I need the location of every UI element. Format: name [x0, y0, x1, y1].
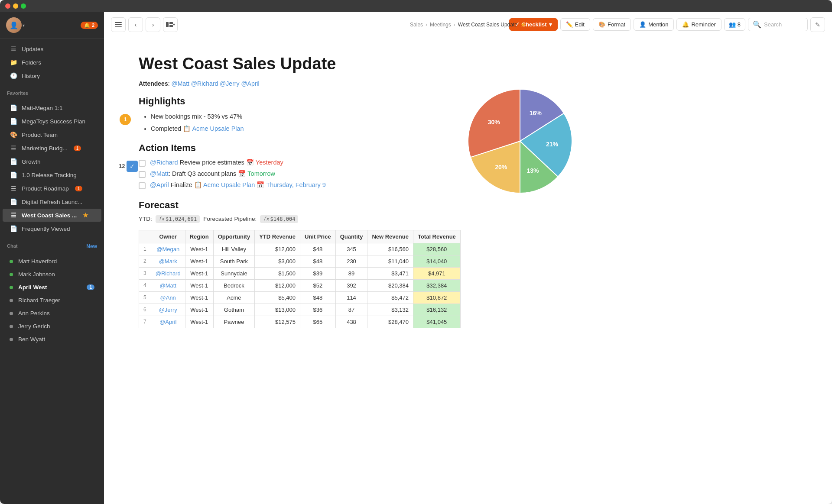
cell-num: 2: [139, 255, 151, 267]
star-icon: ★: [83, 212, 88, 219]
chat-item-ben[interactable]: Ben Wyatt: [3, 333, 101, 346]
cell-quantity: 87: [335, 304, 367, 316]
highlights-section: 1 New bookings mix - 53% vs 47% Complete…: [139, 112, 442, 134]
cell-new-rev: $5,472: [367, 291, 413, 304]
cell-owner[interactable]: @April: [151, 316, 185, 328]
minimize-button[interactable]: [13, 3, 18, 9]
sidebar-item-marketing-budget[interactable]: ☰ Marketing Budg... 1: [3, 142, 101, 155]
notification-badge[interactable]: 🔔 2: [81, 22, 98, 29]
attendee-jerry[interactable]: @Jerry: [220, 80, 239, 87]
cell-quantity: 392: [335, 279, 367, 291]
cell-owner[interactable]: @Matt: [151, 279, 185, 291]
reminder-button[interactable]: 🔔 Reminder: [676, 18, 721, 31]
doc-title: West Coast Sales Update: [139, 55, 442, 73]
action-assignee-april[interactable]: @April: [150, 181, 169, 188]
sidebar-header: 👤 ▾ 🔔 2: [0, 12, 104, 39]
due-date-3: Thursday, February 9: [266, 181, 326, 188]
cell-owner[interactable]: @Mark: [151, 255, 185, 267]
pie-label-2: 13%: [527, 167, 540, 174]
sidebar-item-product-team[interactable]: 🎨 Product Team: [3, 128, 101, 141]
col-new-rev: New Revenue: [367, 230, 413, 243]
cell-opportunity: Pawnee: [213, 316, 254, 328]
attendee-matt[interactable]: @Matt: [171, 80, 189, 87]
forward-button[interactable]: ›: [146, 17, 160, 32]
sidebar-item-digital-refresh[interactable]: 📄 Digital Refresh Launc...: [3, 195, 101, 208]
pie-label-3: 20%: [495, 164, 507, 171]
sidebar-toggle-button[interactable]: [111, 17, 126, 32]
sidebar-item-history[interactable]: 🕐 History: [3, 69, 101, 82]
forecast-header: Forecast: [139, 200, 442, 211]
chat-item-matt[interactable]: Matt Haverford: [3, 255, 101, 268]
chat-item-jerry[interactable]: Jerry Gerich: [3, 320, 101, 333]
new-doc-button[interactable]: ✎: [810, 17, 825, 32]
pie-label-0: 16%: [530, 110, 542, 116]
cell-region: West-1: [185, 243, 213, 255]
search-input[interactable]: [764, 21, 803, 28]
cell-owner[interactable]: @Richard: [151, 267, 185, 279]
breadcrumb-star-icon[interactable]: ★: [520, 20, 526, 29]
chat-item-richard[interactable]: Richard Traeger: [3, 294, 101, 307]
edit-button[interactable]: ✏️ Edit: [560, 18, 590, 31]
action-checkbox-3[interactable]: [139, 182, 146, 189]
sidebar-item-west-coast-sales[interactable]: ☰ West Coast Sales ... ★: [3, 209, 101, 222]
format-button[interactable]: 🎨 Format: [593, 18, 631, 31]
breadcrumb-sep1: ›: [426, 22, 427, 28]
sidebar-item-megatoys[interactable]: 📄 MegaToys Success Plan: [3, 115, 101, 128]
col-ytd-rev: YTD Revenue: [255, 230, 300, 243]
bell-icon: 🔔: [84, 23, 90, 28]
action-assignee-richard[interactable]: @Richard: [150, 159, 178, 166]
action-assignee-matt[interactable]: @Matt: [150, 170, 169, 177]
cell-total-rev: $10,872: [413, 291, 460, 304]
close-button[interactable]: [5, 3, 10, 9]
cell-quantity: 230: [335, 255, 367, 267]
chat-new-label[interactable]: New: [86, 243, 97, 249]
sidebar-item-growth[interactable]: 📄 Growth: [3, 155, 101, 168]
table-row: 2 @Mark West-1 South Park $3,000 $48 230…: [139, 255, 461, 267]
attendee-richard[interactable]: @Richard: [191, 80, 218, 87]
cell-region: West-1: [185, 316, 213, 328]
sidebar-item-release-tracking[interactable]: 📄 1.0 Release Tracking: [3, 168, 101, 181]
chat-item-april[interactable]: April West 1: [3, 281, 101, 294]
chat-item-ann[interactable]: Ann Perkins: [3, 307, 101, 320]
cell-owner[interactable]: @Ann: [151, 291, 185, 304]
sidebar-item-folders[interactable]: 📁 Folders: [3, 56, 101, 69]
breadcrumb-sep2: ›: [454, 22, 455, 28]
sidebar-item-updates[interactable]: ☰ Updates: [3, 42, 101, 55]
pipeline-value: fx $148,004: [260, 215, 298, 223]
cell-total-rev: $41,045: [413, 316, 460, 328]
reminder-icon: 🔔: [682, 21, 689, 28]
participants-button[interactable]: 👥 8: [724, 18, 745, 31]
highlight-item-2: Completed 📋 Acme Upsale Plan: [151, 124, 442, 134]
cell-owner[interactable]: @Megan: [151, 243, 185, 255]
acme-upsale-link-1[interactable]: Acme Upsale Plan: [192, 125, 244, 132]
action-checkbox-1[interactable]: [139, 160, 146, 167]
cell-new-rev: $3,471: [367, 267, 413, 279]
avatar[interactable]: 👤: [6, 17, 22, 33]
favorites-section-header: Favorites: [0, 86, 104, 97]
sidebar-item-product-roadmap[interactable]: ☰ Product Roadmap 1: [3, 182, 101, 195]
back-button[interactable]: ‹: [128, 17, 143, 32]
svg-rect-1: [115, 24, 122, 25]
cell-ytd-rev: $12,575: [255, 316, 300, 328]
cell-region: West-1: [185, 304, 213, 316]
topbar-left: ‹ › ▾: [111, 17, 178, 32]
maximize-button[interactable]: [21, 3, 26, 9]
search-box[interactable]: 🔍: [748, 18, 808, 31]
cell-num: 1: [139, 243, 151, 255]
cell-unit-price: $48: [300, 255, 335, 267]
acme-upsale-link-2[interactable]: Acme Upsale Plan: [203, 181, 255, 188]
forecast-line: YTD: fx $1,024,691 Forecasted Pipeline: …: [139, 215, 442, 223]
layout-button[interactable]: ▾: [163, 17, 178, 32]
action-checkbox-2[interactable]: [139, 171, 146, 178]
pie-chart-area: 16%21%13%20%30%: [459, 55, 598, 487]
sidebar-item-matt-megan[interactable]: 📄 Matt-Megan 1:1: [3, 101, 101, 114]
topbar-right: ✓ Checklist ▾ ✏️ Edit 🎨 Format: [509, 17, 825, 32]
mention-button[interactable]: 👤 Mention: [634, 18, 674, 31]
sidebar-item-frequently-viewed[interactable]: 📄 Frequently Viewed: [3, 222, 101, 235]
cell-owner[interactable]: @Jerry: [151, 304, 185, 316]
chat-item-mark[interactable]: Mark Johnson: [3, 268, 101, 281]
attendee-april[interactable]: @April: [241, 80, 259, 87]
format-icon: 🎨: [598, 21, 605, 28]
favorites-nav: 📄 Matt-Megan 1:1 📄 MegaToys Success Plan…: [0, 97, 104, 239]
user-chevron-icon[interactable]: ▾: [23, 23, 25, 28]
